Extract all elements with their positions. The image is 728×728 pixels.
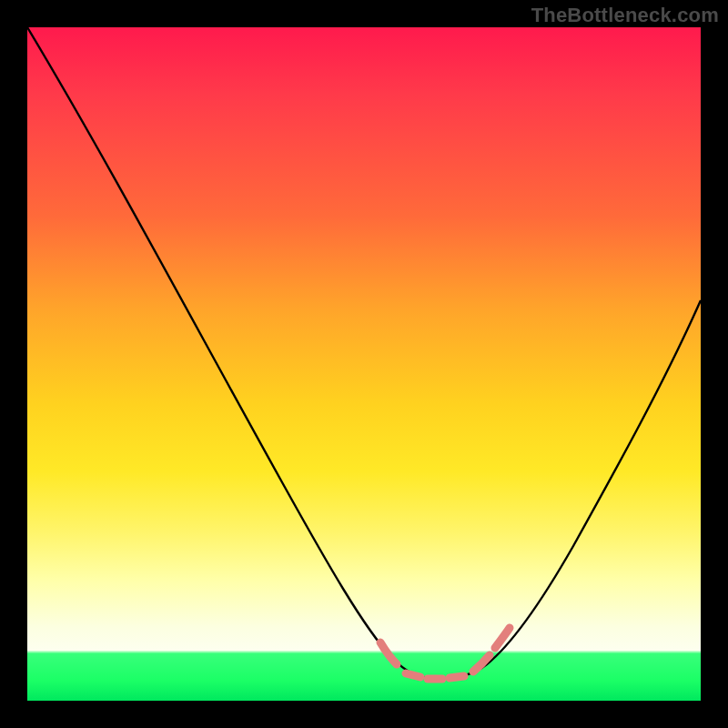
highlight-seg-bottom-3 [450, 676, 464, 678]
highlight-seg-left [380, 642, 397, 664]
highlight-seg-right-1 [473, 655, 490, 672]
plot-area [27, 27, 701, 701]
watermark-text: TheBottleneck.com [531, 4, 719, 27]
curve-svg [27, 27, 701, 701]
highlight-seg-bottom-1 [406, 673, 420, 677]
chart-frame: TheBottleneck.com [0, 0, 728, 728]
bottleneck-curve [27, 27, 701, 679]
